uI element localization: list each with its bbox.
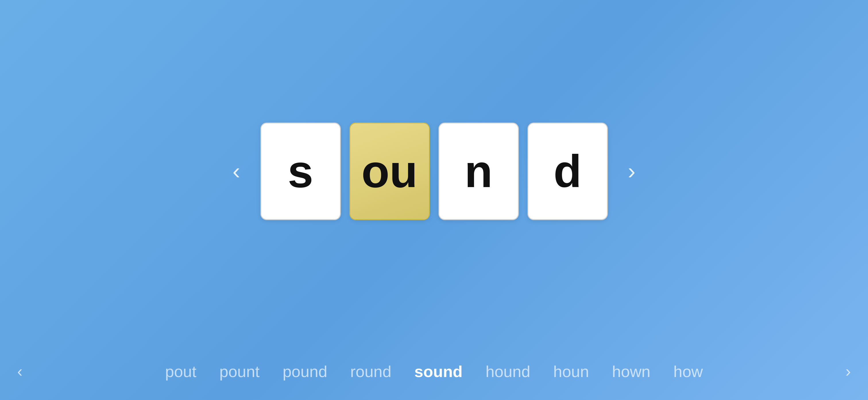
cards-container: s ou n d xyxy=(260,123,608,220)
word-item-sound[interactable]: sound xyxy=(414,362,463,381)
card-d-letter: d xyxy=(554,145,582,198)
card-n-letter: n xyxy=(465,145,493,198)
prev-arrow[interactable]: ‹ xyxy=(221,153,252,190)
card-ou[interactable]: ou xyxy=(349,123,430,220)
card-ou-letter: ou xyxy=(362,145,417,198)
bottom-prev-arrow[interactable]: ‹ xyxy=(11,359,28,384)
cards-area: ‹ s ou n d › xyxy=(221,123,647,220)
word-item-hound[interactable]: hound xyxy=(486,362,530,381)
word-item-round[interactable]: round xyxy=(350,362,391,381)
card-s[interactable]: s xyxy=(260,123,341,220)
card-s-letter: s xyxy=(288,145,313,198)
word-item-pound[interactable]: pound xyxy=(282,362,327,381)
card-d[interactable]: d xyxy=(527,123,608,220)
card-n[interactable]: n xyxy=(438,123,519,220)
main-content: ‹ s ou n d › xyxy=(0,0,868,343)
word-item-houn[interactable]: houn xyxy=(553,362,589,381)
bottom-nav: ‹ pout pount pound round sound hound hou… xyxy=(0,343,868,400)
word-item-how[interactable]: how xyxy=(673,362,703,381)
word-item-pout[interactable]: pout xyxy=(165,362,196,381)
word-list: pout pount pound round sound hound houn … xyxy=(165,362,703,381)
word-item-hown[interactable]: hown xyxy=(612,362,650,381)
next-arrow[interactable]: › xyxy=(617,153,647,190)
bottom-next-arrow[interactable]: › xyxy=(840,359,857,384)
word-item-pount[interactable]: pount xyxy=(219,362,259,381)
